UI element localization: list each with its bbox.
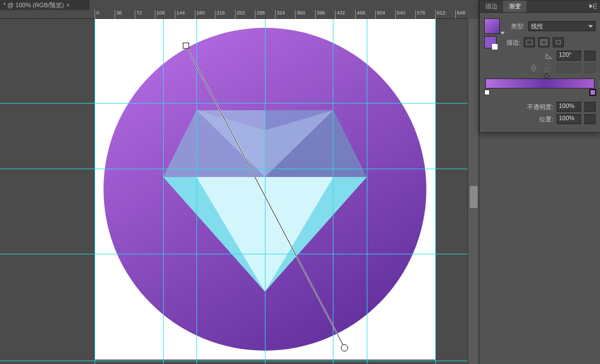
ruler-tick: 216 [215, 10, 225, 19]
angle-input[interactable]: 120° [557, 51, 581, 61]
location-stepper[interactable] [584, 114, 596, 124]
document-title: * @ 100% (RGB/预览) [3, 1, 64, 9]
guide-vertical[interactable] [163, 19, 164, 364]
svg-rect-16 [542, 41, 546, 44]
ruler-tick: 612 [435, 10, 445, 19]
svg-line-13 [492, 44, 498, 50]
gradient-preview[interactable] [484, 18, 500, 34]
gradient-ramp-bar[interactable] [485, 78, 594, 88]
guide-horizontal[interactable] [0, 361, 468, 361]
ruler-tick: 36 [115, 10, 122, 19]
close-icon[interactable]: × [66, 2, 70, 8]
ruler-tick: 540 [395, 10, 405, 19]
ruler-tick: 108 [155, 10, 165, 19]
scrollbar-vertical[interactable] [468, 19, 479, 364]
ruler-tick: 432 [335, 10, 345, 19]
guide-horizontal[interactable] [0, 169, 468, 169]
ruler-tick: 0 [95, 10, 99, 19]
stroke-align-inside-button[interactable] [524, 37, 535, 47]
opacity-input[interactable]: 100% [557, 102, 581, 112]
color-stop-start[interactable] [484, 90, 490, 95]
ruler-tick: 144 [175, 10, 185, 19]
ruler-horizontal[interactable]: 0367210814418021625228832436039643246850… [0, 10, 468, 19]
ruler-tick: 360 [295, 10, 305, 19]
svg-rect-19 [545, 68, 549, 71]
guide-vertical[interactable] [265, 19, 265, 364]
tab-stroke[interactable]: 描边 [480, 1, 503, 12]
ruler-tick: 648 [455, 10, 465, 19]
ruler-tick: 180 [195, 10, 205, 19]
panel-dock: 描边 渐变 类型: 线性 [479, 0, 600, 364]
scrollbar-thumb[interactable] [470, 186, 478, 208]
stroke-align-outside-button[interactable] [553, 37, 564, 47]
trash-icon[interactable] [598, 80, 600, 87]
type-label: 类型: [511, 22, 525, 31]
guide-vertical[interactable] [196, 19, 197, 364]
gradient-ramp[interactable] [485, 78, 594, 88]
guide-vertical[interactable] [333, 19, 333, 364]
aspect-input [557, 63, 581, 73]
location-value: 100% [559, 115, 574, 121]
svg-rect-17 [556, 41, 560, 44]
svg-rect-12 [593, 4, 594, 8]
guide-horizontal[interactable] [0, 254, 468, 254]
ruler-tick: 288 [255, 10, 265, 19]
angle-stepper[interactable] [584, 51, 596, 61]
opacity-label: 不透明度: [527, 103, 553, 111]
gradient-panel: 描边 渐变 类型: 线性 [479, 0, 600, 132]
tab-gradient[interactable]: 渐变 [503, 1, 527, 12]
stroke-color-swatch[interactable] [484, 36, 496, 48]
svg-rect-14 [527, 40, 532, 45]
stroke-label: 描边: [506, 38, 520, 47]
ruler-tick: 504 [375, 10, 385, 19]
opacity-value: 100% [559, 102, 574, 109]
angle-icon [545, 52, 553, 59]
ruler-tick: 576 [415, 10, 425, 19]
ruler-tick: 324 [275, 10, 285, 19]
aspect-icon [530, 64, 538, 72]
aspect-stepper [584, 63, 596, 73]
document-tab[interactable]: * @ 100% (RGB/预览) × [0, 0, 89, 10]
angle-value: 120° [559, 51, 572, 58]
guide-vertical[interactable] [435, 19, 436, 364]
opacity-stepper[interactable] [584, 102, 596, 112]
ruler-tick: 468 [355, 10, 365, 19]
guide-horizontal[interactable] [0, 103, 468, 104]
guide-vertical[interactable] [95, 19, 95, 364]
location-input[interactable]: 100% [557, 114, 581, 124]
chevron-down-icon[interactable] [500, 32, 505, 35]
type-select[interactable]: 线性 [528, 21, 596, 31]
location-label: 位置: [539, 115, 553, 124]
padlock-icon [543, 64, 551, 72]
color-stop-end[interactable] [590, 90, 596, 95]
stroke-align-center-button[interactable] [538, 37, 549, 47]
panel-body: 类型: 线性 描边: [480, 13, 600, 132]
canvas-workspace[interactable] [0, 19, 468, 364]
panel-tabs: 描边 渐变 [480, 1, 600, 13]
ruler-tick: 252 [235, 10, 245, 19]
chevron-down-icon [588, 25, 593, 28]
guide-vertical[interactable] [367, 19, 367, 364]
panel-flyout-icon[interactable] [586, 3, 600, 10]
type-value: 线性 [531, 22, 543, 31]
ruler-tick: 396 [315, 10, 325, 19]
ruler-tick: 72 [135, 10, 142, 19]
